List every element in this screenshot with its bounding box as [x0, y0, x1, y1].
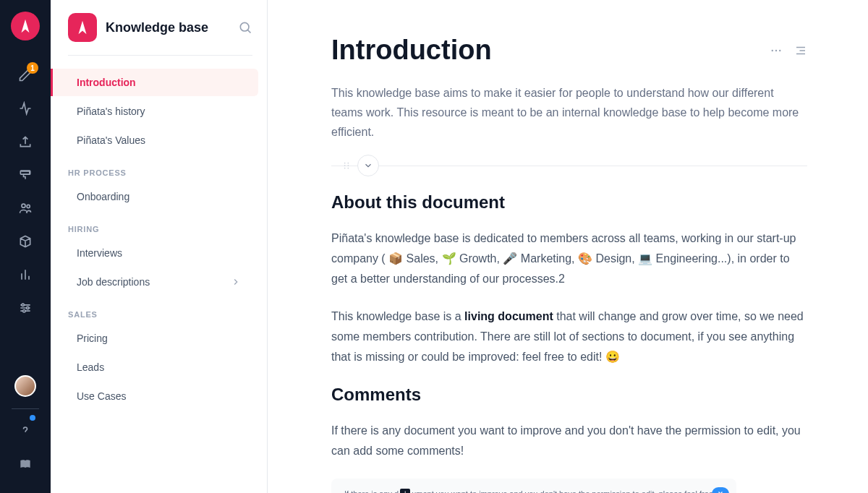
comment-hint-box: If there is any d + ument you want to im…: [331, 479, 736, 493]
svg-point-14: [344, 167, 346, 168]
nav-item-introduction[interactable]: Introduction: [51, 69, 258, 96]
nav-logo[interactable]: [68, 13, 97, 42]
users-icon[interactable]: [11, 194, 40, 223]
nav-item-label: Piñata's Values: [77, 134, 145, 146]
chevron-down-icon: [363, 160, 373, 171]
rail-divider: [12, 408, 39, 409]
close-icon: [717, 490, 724, 493]
nav-item-label: Job descriptions: [77, 276, 150, 288]
nav-item-label: Use Cases: [77, 390, 126, 402]
share-icon[interactable]: [11, 127, 40, 156]
svg-point-5: [23, 310, 25, 312]
workspace-title: Knowledge base: [106, 20, 238, 35]
chart-icon[interactable]: [11, 260, 40, 289]
nav-item-leads[interactable]: Leads: [59, 353, 258, 381]
nav-item-pricing[interactable]: Pricing: [59, 325, 258, 352]
nav-section-hiring: HIRING: [51, 212, 267, 239]
nav-item-label: Leads: [77, 361, 104, 373]
svg-point-1: [22, 204, 25, 207]
nav-panel: Knowledge base Introduction Piñata's his…: [51, 0, 268, 493]
collapse-button[interactable]: [357, 155, 379, 176]
doc-title: Introduction: [331, 35, 770, 66]
notification-badge: 1: [27, 62, 38, 74]
drag-handle-icon[interactable]: [341, 160, 352, 171]
nav-item-interviews[interactable]: Interviews: [59, 239, 258, 267]
about-paragraph: Piñata's knowledge base is dedicated to …: [331, 228, 807, 289]
nav-item-label: Introduction: [77, 77, 136, 88]
svg-point-15: [347, 167, 349, 168]
close-pill[interactable]: [712, 487, 729, 493]
main-content: Introduction This knowledge base aims to…: [268, 0, 868, 493]
living-paragraph: This knowledge base is a living document…: [331, 306, 807, 367]
avatar[interactable]: [14, 375, 36, 397]
svg-point-3: [22, 304, 24, 306]
svg-point-9: [779, 49, 780, 51]
nav-section-hr: HR PROCESS: [51, 155, 267, 183]
align-right-icon[interactable]: [794, 44, 807, 57]
svg-point-11: [347, 162, 349, 163]
svg-point-2: [27, 205, 30, 207]
nav-item-label: Onboarding: [77, 191, 129, 202]
text-span: This knowledge base is a: [331, 310, 464, 322]
about-heading: About this document: [331, 155, 807, 213]
activity-icon[interactable]: [11, 94, 40, 123]
svg-point-7: [772, 49, 773, 51]
svg-point-10: [344, 162, 346, 163]
block-handle: [341, 155, 379, 176]
book-icon[interactable]: [11, 450, 40, 479]
svg-point-8: [775, 49, 777, 51]
nav-item-use-cases[interactable]: Use Cases: [59, 382, 258, 410]
search-icon[interactable]: [238, 20, 252, 35]
sliders-icon[interactable]: [11, 293, 40, 322]
about-section: About this document: [331, 155, 807, 213]
nav-section-sales: SALES: [51, 297, 267, 325]
hint-text: If there is any d: [344, 489, 399, 493]
app-logo[interactable]: [11, 12, 40, 40]
title-actions: [770, 44, 807, 57]
svg-point-13: [347, 165, 349, 166]
chevron-right-icon: [231, 277, 241, 287]
insert-icon[interactable]: +: [400, 489, 410, 493]
nav-item-values[interactable]: Piñata's Values: [59, 127, 258, 154]
nav-header: Knowledge base: [68, 13, 252, 56]
comments-heading: Comments: [331, 385, 807, 405]
paint-icon[interactable]: [11, 160, 40, 189]
svg-point-6: [240, 22, 249, 31]
edit-icon[interactable]: 1: [11, 61, 40, 90]
hint-text: ument you want to improve and you don't …: [412, 489, 722, 493]
nav-item-label: Interviews: [77, 247, 122, 259]
more-icon[interactable]: [770, 44, 783, 57]
rail-bottom: [0, 375, 51, 493]
package-icon[interactable]: [11, 227, 40, 256]
svg-point-4: [27, 306, 29, 309]
nav-item-onboarding[interactable]: Onboarding: [59, 183, 258, 210]
title-row: Introduction: [331, 35, 807, 66]
nav-item-label: Pricing: [77, 333, 108, 344]
online-dot-icon: [30, 415, 35, 421]
lead-paragraph: This knowledge base aims to make it easi…: [331, 83, 807, 142]
text-strong: living document: [464, 310, 553, 322]
nav-item-job-descriptions[interactable]: Job descriptions: [59, 268, 258, 296]
icon-rail: 1: [0, 0, 51, 493]
nav-item-label: Piñata's history: [77, 106, 145, 117]
svg-point-12: [344, 165, 346, 166]
nav-item-history[interactable]: Piñata's history: [59, 98, 258, 125]
help-icon[interactable]: [11, 416, 40, 445]
comments-paragraph: If there is any document you want to imp…: [331, 421, 807, 461]
svg-rect-0: [20, 171, 30, 174]
